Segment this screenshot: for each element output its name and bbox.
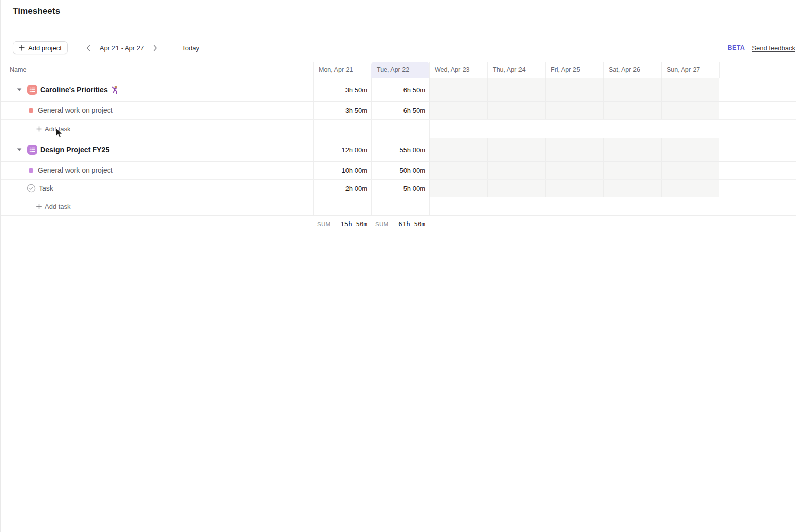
check-circle-icon: [27, 184, 36, 193]
sum-row: SUM15h 50mSUM61h 50m: [1, 216, 796, 232]
day-column-header-5[interactable]: Sat, Apr 26: [603, 62, 661, 78]
add-task-day-cell-6: [661, 197, 719, 215]
time-cell-day-3: [487, 102, 545, 119]
time-cell-day-6: [661, 180, 719, 197]
time-cell-day-4: [545, 162, 603, 179]
task-name-cell[interactable]: General work on project: [1, 102, 313, 119]
project-name-label: Design Project FY25: [40, 146, 109, 154]
row-filler: [719, 216, 796, 232]
next-week-button[interactable]: [150, 42, 160, 54]
row-filler: [719, 102, 796, 119]
sum-cell-day-1: SUM61h 50m: [371, 216, 429, 232]
time-cell-day-0[interactable]: 3h 50m: [313, 78, 371, 101]
collapse-caret-icon[interactable]: [17, 148, 22, 151]
week-navigation: Apr 21 - Apr 27: [83, 42, 160, 54]
add-task-label: Add task: [45, 125, 71, 133]
time-cell-day-1[interactable]: 50h 00m: [371, 162, 429, 179]
row-filler: [719, 180, 796, 197]
time-cell-day-4: [545, 138, 603, 161]
timesheet-grid: Name Mon, Apr 21Tue, Apr 22Wed, Apr 23Th…: [1, 62, 796, 232]
time-cell-day-5: [603, 102, 661, 119]
time-cell-day-6: [661, 162, 719, 179]
add-task-day-cell-2: [429, 120, 487, 138]
add-task-day-cell-1: [371, 120, 429, 138]
task-name-label: General work on project: [38, 166, 113, 174]
task-name-label: Task: [39, 184, 53, 192]
sum-cell-day-2: [429, 216, 487, 232]
time-cell-day-6: [661, 138, 719, 161]
time-cell-day-4: [545, 102, 603, 119]
send-feedback-link[interactable]: Send feedback: [752, 44, 795, 52]
sum-cell-day-0: SUM15h 50m: [313, 216, 371, 232]
date-range-label: Apr 21 - Apr 27: [100, 44, 144, 52]
project-row: Caroline's Priorities3h 50m6h 50m: [1, 78, 796, 102]
add-task-day-cell-2: [429, 197, 487, 215]
time-cell-day-3: [487, 180, 545, 197]
row-filler: [719, 197, 796, 215]
name-column-header: Name: [1, 62, 313, 78]
task-row: General work on project10h 00m50h 00m: [1, 162, 796, 180]
sum-name-spacer: [1, 216, 313, 232]
sum-cell-day-5: [603, 216, 661, 232]
plus-icon: [36, 204, 42, 209]
task-row: General work on project3h 50m6h 50m: [1, 102, 796, 120]
day-column-header-3[interactable]: Thu, Apr 24: [487, 62, 545, 78]
project-name-label: Caroline's Priorities: [40, 86, 108, 94]
day-column-header-4[interactable]: Fri, Apr 25: [545, 62, 603, 78]
today-button[interactable]: Today: [182, 44, 199, 52]
add-task-day-cell-0: [313, 120, 371, 138]
add-task-day-cell-4: [545, 197, 603, 215]
collapse-caret-icon[interactable]: [17, 88, 22, 91]
add-task-row: Add task: [1, 197, 796, 216]
time-cell-day-1[interactable]: 6h 50m: [371, 78, 429, 101]
time-cell-day-5: [603, 162, 661, 179]
project-name-cell[interactable]: Caroline's Priorities: [1, 78, 313, 101]
task-name-label: General work on project: [38, 106, 113, 114]
chevron-right-icon: [153, 45, 157, 51]
sum-cell-day-3: [487, 216, 545, 232]
time-cell-day-0[interactable]: 10h 00m: [313, 162, 371, 179]
sum-label: SUM: [317, 221, 330, 227]
toolbar-right: BETA Send feedback: [728, 44, 795, 52]
add-task-label: Add task: [45, 203, 71, 210]
chevron-left-icon: [86, 45, 90, 51]
time-cell-day-5: [603, 78, 661, 101]
time-cell-day-6: [661, 78, 719, 101]
time-cell-day-0[interactable]: 2h 00m: [313, 180, 371, 197]
task-name-cell[interactable]: Task: [1, 180, 313, 197]
time-cell-day-0[interactable]: 3h 50m: [313, 102, 371, 119]
add-task-day-cell-5: [603, 120, 661, 138]
time-cell-day-1[interactable]: 6h 50m: [371, 102, 429, 119]
add-task-button[interactable]: Add task: [1, 197, 313, 215]
grid-body: Caroline's Priorities3h 50m6h 50mGeneral…: [1, 78, 796, 232]
task-name-cell[interactable]: General work on project: [1, 162, 313, 179]
dancer-emoji-icon: [111, 86, 119, 94]
time-cell-day-6: [661, 102, 719, 119]
beta-badge: BETA: [728, 44, 745, 51]
plus-icon: [36, 126, 42, 132]
day-column-header-6[interactable]: Sun, Apr 27: [661, 62, 719, 78]
toolbar: Add project Apr 21 - Apr 27 Today BETA S…: [1, 34, 807, 62]
project-row: Design Project FY2512h 00m55h 00m: [1, 138, 796, 162]
time-cell-day-1[interactable]: 5h 00m: [371, 180, 429, 197]
time-cell-day-2: [429, 78, 487, 101]
time-cell-day-4: [545, 78, 603, 101]
add-task-day-cell-3: [487, 197, 545, 215]
day-column-header-1[interactable]: Tue, Apr 22: [371, 62, 429, 78]
day-column-header-2[interactable]: Wed, Apr 23: [429, 62, 487, 78]
add-task-button[interactable]: Add task: [1, 120, 313, 138]
time-cell-day-0[interactable]: 12h 00m: [313, 138, 371, 161]
time-cell-day-2: [429, 180, 487, 197]
add-task-day-cell-6: [661, 120, 719, 138]
time-cell-day-1[interactable]: 55h 00m: [371, 138, 429, 161]
add-task-day-cell-5: [603, 197, 661, 215]
row-filler: [719, 138, 796, 161]
day-column-header-0[interactable]: Mon, Apr 21: [313, 62, 371, 78]
project-name-cell[interactable]: Design Project FY25: [1, 138, 313, 161]
previous-week-button[interactable]: [83, 42, 93, 54]
add-project-button[interactable]: Add project: [13, 41, 68, 54]
page-title: Timesheets: [13, 6, 795, 16]
time-cell-day-2: [429, 138, 487, 161]
add-task-day-cell-0: [313, 197, 371, 215]
sum-cell-day-6: [661, 216, 719, 232]
